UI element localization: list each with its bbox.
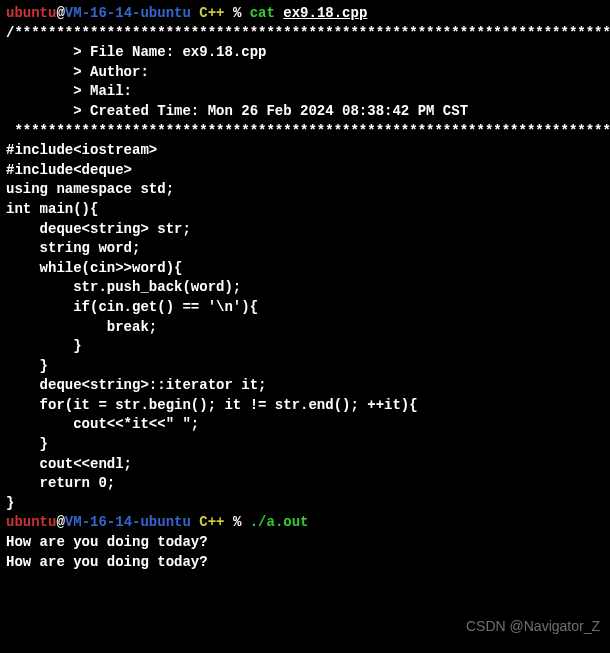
src-line: #include<deque> — [6, 161, 604, 181]
src-line: ****************************************… — [6, 122, 604, 142]
prompt-line-1[interactable]: ubuntu@VM-16-14-ubuntu C++ % cat ex9.18.… — [6, 4, 604, 24]
src-line: } — [6, 337, 604, 357]
prompt-pct: % — [233, 5, 250, 21]
prompt-at: @ — [56, 514, 64, 530]
watermark: CSDN @Navigator_Z — [466, 617, 600, 637]
src-line: > File Name: ex9.18.cpp — [6, 43, 604, 63]
src-line: cout<<endl; — [6, 455, 604, 475]
prompt-host: VM-16-14-ubuntu — [65, 5, 191, 21]
prompt-dir: C++ — [191, 5, 233, 21]
src-line: while(cin>>word){ — [6, 259, 604, 279]
prompt-at: @ — [56, 5, 64, 21]
src-line: /***************************************… — [6, 24, 604, 44]
src-line: cout<<*it<<" "; — [6, 415, 604, 435]
src-line: break; — [6, 318, 604, 338]
src-line: using namespace std; — [6, 180, 604, 200]
src-line: for(it = str.begin(); it != str.end(); +… — [6, 396, 604, 416]
stdin-line[interactable]: How are you doing today? — [6, 533, 604, 553]
prompt-host: VM-16-14-ubuntu — [65, 514, 191, 530]
src-line: #include<iostream> — [6, 141, 604, 161]
src-line: } — [6, 435, 604, 455]
src-line: str.push_back(word); — [6, 278, 604, 298]
src-line: > Author: — [6, 63, 604, 83]
command-run: ./a.out — [250, 514, 309, 530]
prompt-user: ubuntu — [6, 5, 56, 21]
src-line: string word; — [6, 239, 604, 259]
command-arg-file: ex9.18.cpp — [283, 5, 367, 21]
src-line: return 0; — [6, 474, 604, 494]
src-line: deque<string>::iterator it; — [6, 376, 604, 396]
prompt-line-2[interactable]: ubuntu@VM-16-14-ubuntu C++ % ./a.out — [6, 513, 604, 533]
src-line: } — [6, 357, 604, 377]
src-line: deque<string> str; — [6, 220, 604, 240]
prompt-dir: C++ — [191, 514, 233, 530]
src-line: int main(){ — [6, 200, 604, 220]
prompt-user: ubuntu — [6, 514, 56, 530]
command-cat: cat — [250, 5, 284, 21]
stdout-line: How are you doing today? — [6, 553, 604, 573]
src-line: > Created Time: Mon 26 Feb 2024 08:38:42… — [6, 102, 604, 122]
prompt-pct: % — [233, 514, 250, 530]
src-line: > Mail: — [6, 82, 604, 102]
src-line: } — [6, 494, 604, 514]
src-line: if(cin.get() == '\n'){ — [6, 298, 604, 318]
